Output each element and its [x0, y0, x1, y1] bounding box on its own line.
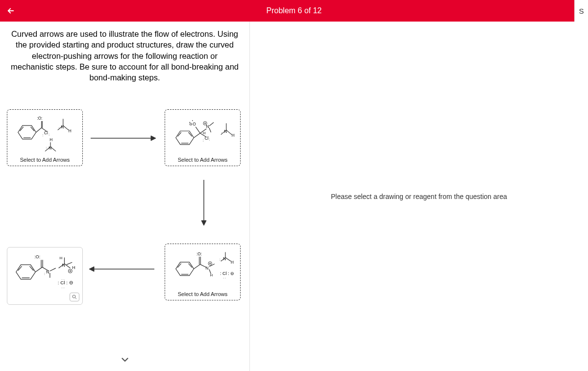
svg-text:N: N: [224, 129, 227, 134]
svg-text::: :: [42, 134, 43, 137]
svg-marker-81: [89, 267, 94, 272]
svg-text:N: N: [46, 270, 49, 274]
svg-line-46: [209, 128, 211, 132]
svg-marker-55: [201, 221, 206, 225]
top-bar: Problem 6 of 12 S: [0, 0, 588, 22]
svg-line-99: [66, 263, 72, 265]
molecule-box-2[interactable]: ⊖O Cl : : N H: [165, 109, 241, 166]
svg-text::: :: [49, 133, 49, 137]
svg-text:. .: . .: [62, 277, 65, 280]
svg-line-50: [226, 130, 232, 135]
reaction-area: :O: Cl : : N H : H: [5, 106, 245, 361]
box-3-caption: Select to Add Arrows: [165, 289, 240, 300]
svg-text:N: N: [206, 124, 209, 129]
svg-line-86: [35, 267, 42, 272]
scroll-down-indicator[interactable]: [120, 354, 130, 367]
svg-text::: :: [46, 146, 47, 149]
svg-text::: :: [209, 138, 210, 141]
svg-text:H: H: [203, 131, 205, 135]
svg-text:N: N: [205, 266, 208, 271]
reaction-arrow-right-1: [88, 133, 157, 143]
svg-text:H: H: [72, 265, 75, 270]
chevron-down-icon: [120, 354, 130, 365]
svg-marker-56: [176, 262, 194, 276]
main-container: Curved arrows are used to illustrate the…: [0, 22, 588, 371]
svg-text:H: H: [49, 138, 52, 143]
svg-text:N: N: [223, 257, 226, 261]
svg-text:H: H: [231, 260, 234, 265]
editor-panel: Please select a drawing or reagent from …: [250, 22, 588, 371]
reaction-arrow-down: [199, 177, 209, 226]
svg-point-108: [73, 295, 75, 298]
svg-marker-26: [151, 136, 156, 141]
svg-line-60: [194, 265, 200, 269]
molecule-box-4-product[interactable]: :O: N : H N: [7, 247, 83, 305]
svg-text:Cl: Cl: [205, 136, 209, 141]
arrow-left-icon: [6, 6, 15, 15]
svg-text:: Cl : ⊖: : Cl : ⊖: [220, 271, 234, 276]
svg-text::O:: :O:: [37, 117, 42, 121]
molecule-4-svg: :O: N : H N: [7, 247, 82, 297]
box-1-caption: Select to Add Arrows: [7, 155, 82, 166]
editor-placeholder-message: Please select a drawing or reagent from …: [331, 193, 507, 200]
svg-line-5: [36, 128, 42, 132]
svg-line-74: [225, 258, 231, 261]
svg-text:H: H: [232, 134, 235, 138]
right-side-letter: S: [579, 7, 584, 15]
svg-text:H: H: [210, 273, 213, 278]
instructions-text: Curved arrows are used to illustrate the…: [5, 28, 245, 83]
svg-line-45: [209, 123, 214, 126]
zoom-button[interactable]: [70, 293, 79, 301]
svg-text:N: N: [49, 146, 51, 150]
svg-text::O:: :O:: [34, 255, 40, 260]
svg-point-37: [192, 120, 193, 121]
molecule-1-svg: :O: Cl : : N H : H: [7, 110, 82, 155]
molecule-box-3[interactable]: :O: N H N: [165, 244, 241, 300]
svg-text:N: N: [62, 263, 65, 268]
svg-text:⊖O: ⊖O: [189, 123, 196, 127]
svg-line-109: [75, 298, 77, 299]
svg-text:Cl: Cl: [44, 131, 48, 135]
svg-marker-27: [176, 131, 194, 145]
question-panel: Curved arrows are used to illustrate the…: [0, 22, 250, 371]
svg-point-36: [189, 122, 190, 123]
svg-text:N: N: [61, 125, 64, 129]
svg-text:: Cl : ⊖: : Cl : ⊖: [58, 280, 73, 285]
svg-line-93: [50, 268, 56, 271]
molecule-box-1[interactable]: :O: Cl : : N H : H: [7, 109, 83, 166]
svg-line-32: [196, 127, 200, 133]
box-2-caption: Select to Add Arrows: [165, 155, 240, 166]
svg-text::: :: [203, 139, 204, 143]
molecule-3-svg: :O: N H N: [165, 244, 240, 289]
svg-text::: :: [44, 272, 45, 275]
magnify-icon: [72, 294, 77, 300]
svg-text::: :: [220, 258, 220, 261]
molecule-2-svg: ⊖O Cl : : N H: [165, 110, 240, 155]
svg-text::: :: [59, 127, 60, 130]
svg-line-31: [194, 133, 200, 138]
svg-text::: :: [221, 131, 222, 135]
svg-marker-82: [16, 265, 35, 280]
right-side-button[interactable]: S: [574, 0, 588, 22]
problem-counter: Problem 6 of 12: [267, 6, 322, 15]
svg-text:H: H: [60, 256, 63, 261]
svg-text:. .: . .: [62, 285, 65, 289]
svg-marker-1: [18, 126, 36, 140]
svg-text:H: H: [69, 129, 72, 133]
svg-text::O:: :O:: [196, 252, 202, 256]
reaction-arrow-left: [88, 264, 157, 274]
back-button[interactable]: [0, 0, 22, 22]
svg-text:. .: . .: [223, 275, 226, 279]
svg-line-15: [63, 126, 69, 130]
